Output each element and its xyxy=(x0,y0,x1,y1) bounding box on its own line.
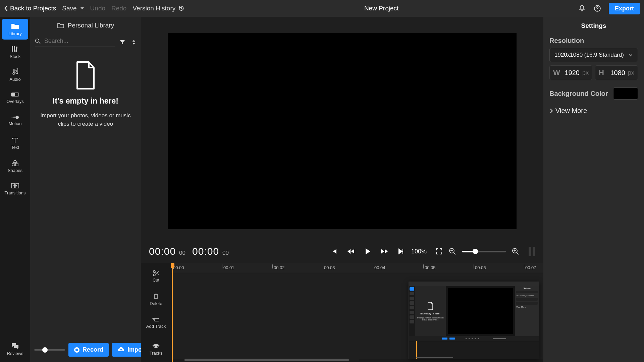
music-icon xyxy=(11,68,19,75)
filter-button[interactable] xyxy=(119,39,125,45)
svg-rect-4 xyxy=(15,46,17,51)
undo-button[interactable]: Undo xyxy=(90,5,105,12)
total-time-ms: 00 xyxy=(222,250,229,256)
export-button[interactable]: Export xyxy=(609,3,640,14)
w-letter: W xyxy=(553,68,560,77)
chat-icon xyxy=(11,342,19,350)
zoom-out-icon xyxy=(449,248,456,255)
pip-empty-sub: Import your photos, videos or music clip… xyxy=(416,317,444,321)
bg-color-swatch[interactable] xyxy=(613,87,638,100)
timeline-left-tools: Cut Delete Add Track Tracks xyxy=(141,263,171,362)
fullscreen-icon xyxy=(435,248,443,255)
forward-button[interactable] xyxy=(380,248,388,255)
bell-icon xyxy=(578,4,586,12)
svg-point-8 xyxy=(13,116,15,118)
svg-rect-3 xyxy=(14,46,15,52)
skip-start-button[interactable] xyxy=(331,248,337,255)
timeline-scrollbar[interactable] xyxy=(184,359,359,361)
cut-button[interactable]: Cut xyxy=(144,266,168,286)
sort-button[interactable] xyxy=(131,39,136,45)
panel-toggle[interactable] xyxy=(529,247,535,256)
nav-motion[interactable]: Motion xyxy=(2,110,28,131)
topbar-left: Back to Projects Save Undo Redo Version … xyxy=(4,5,185,12)
resolution-group: Resolution 644x362 (16:9 Standard) W 1… xyxy=(549,37,638,80)
zoom-in-button[interactable] xyxy=(512,248,519,255)
timeline-content[interactable]: 00:0000:0100:0200:0300:0400:0500:0600:07… xyxy=(171,263,543,362)
nav-stock-label: Stock xyxy=(10,54,21,59)
nav-transitions[interactable]: Transitions xyxy=(2,178,28,199)
redo-button[interactable]: Redo xyxy=(111,5,126,12)
ruler-tick: 00:06 xyxy=(475,265,486,270)
resolution-select[interactable]: 644x362 (16:9 Standard) xyxy=(549,48,638,62)
shapes-icon xyxy=(11,159,19,167)
notifications-button[interactable] xyxy=(578,4,586,12)
search-input-wrap[interactable] xyxy=(35,38,115,47)
pip-res: 644x362 (16:9 Stand xyxy=(516,295,538,297)
nav-reviews[interactable]: Reviews xyxy=(2,339,28,359)
ruler-tick: 00:02 xyxy=(274,265,285,270)
help-icon xyxy=(593,4,601,12)
play-button[interactable] xyxy=(364,248,371,255)
zoom-label: 100% xyxy=(411,248,427,255)
project-title[interactable]: New Project xyxy=(364,5,398,12)
height-input[interactable]: H 1080 px xyxy=(595,65,638,80)
version-history-label: Version History xyxy=(132,5,175,12)
skip-end-button[interactable] xyxy=(398,248,405,255)
back-label: Back to Projects xyxy=(10,5,56,12)
filter-icon xyxy=(119,39,125,45)
ruler-tick: 00:04 xyxy=(374,265,385,270)
rewind-button[interactable] xyxy=(347,248,355,255)
zoom-slider[interactable] xyxy=(462,251,506,252)
svg-point-14 xyxy=(36,39,39,42)
svg-rect-2 xyxy=(12,46,13,52)
zoom-out-button[interactable] xyxy=(449,248,456,255)
version-history-button[interactable]: Version History xyxy=(132,5,185,12)
empty-subtitle: Import your photos, videos or music clip… xyxy=(37,112,134,128)
nav-shapes[interactable]: Shapes xyxy=(2,156,28,176)
thumbnail-size-slider[interactable] xyxy=(34,349,65,351)
library-header[interactable]: Personal Library xyxy=(30,17,141,34)
help-button[interactable] xyxy=(593,4,601,12)
delete-label: Delete xyxy=(150,301,162,306)
nav-text-label: Text xyxy=(11,145,19,150)
nav-library[interactable]: Library xyxy=(2,19,28,40)
playhead[interactable] xyxy=(172,263,173,362)
video-preview[interactable] xyxy=(168,33,517,229)
back-to-projects-link[interactable]: Back to Projects xyxy=(4,5,56,12)
delete-button[interactable]: Delete xyxy=(144,290,168,309)
skip-end-icon xyxy=(398,248,405,255)
chevron-right-icon xyxy=(549,108,553,114)
width-input[interactable]: W 1920 px xyxy=(549,65,592,80)
timeline-ruler[interactable]: 00:0000:0100:0200:0300:0400:0500:0600:07… xyxy=(171,263,543,273)
text-icon xyxy=(11,137,19,143)
pip-thumbnail[interactable]: It's empty in here! Import your photos, … xyxy=(409,282,539,359)
search-input[interactable] xyxy=(44,38,115,45)
height-unit: px xyxy=(628,69,634,76)
total-time-main: 00:00 xyxy=(192,246,219,257)
tracks-button[interactable]: Tracks xyxy=(144,340,168,359)
empty-title: It's empty in here! xyxy=(53,97,118,106)
height-value: 1080 xyxy=(607,69,625,77)
nav-audio[interactable]: Audio xyxy=(2,64,28,85)
save-menu[interactable]: Save xyxy=(62,5,84,12)
fullscreen-button[interactable] xyxy=(435,248,443,255)
record-icon xyxy=(74,347,80,353)
record-button[interactable]: Record xyxy=(68,343,109,357)
nav-stock[interactable]: Stock xyxy=(2,42,28,62)
settings-panel: Settings Resolution 644x362 (16:9 Stan… xyxy=(543,17,644,362)
transitions-icon xyxy=(11,182,19,189)
nav-shapes-label: Shapes xyxy=(8,168,22,173)
library-panel: Personal Library It's empty in here! Imp… xyxy=(30,17,141,362)
view-more-toggle[interactable]: View More xyxy=(549,107,638,115)
player-bar: 00:00 00 00:00 00 100% xyxy=(141,240,543,263)
library-header-label: Personal Library xyxy=(68,22,114,29)
ruler-tick: 00:03 xyxy=(324,265,335,270)
nav-overlays[interactable]: Overlays xyxy=(2,87,28,108)
nav-audio-label: Audio xyxy=(9,77,20,82)
trash-icon xyxy=(153,293,159,300)
total-time: 00:00 00 xyxy=(192,246,229,257)
nav-text[interactable]: Text xyxy=(2,133,28,154)
add-track-button[interactable]: Add Track xyxy=(144,313,168,333)
settings-title: Settings xyxy=(549,22,638,29)
ruler-tick: 00:07 xyxy=(525,265,536,270)
